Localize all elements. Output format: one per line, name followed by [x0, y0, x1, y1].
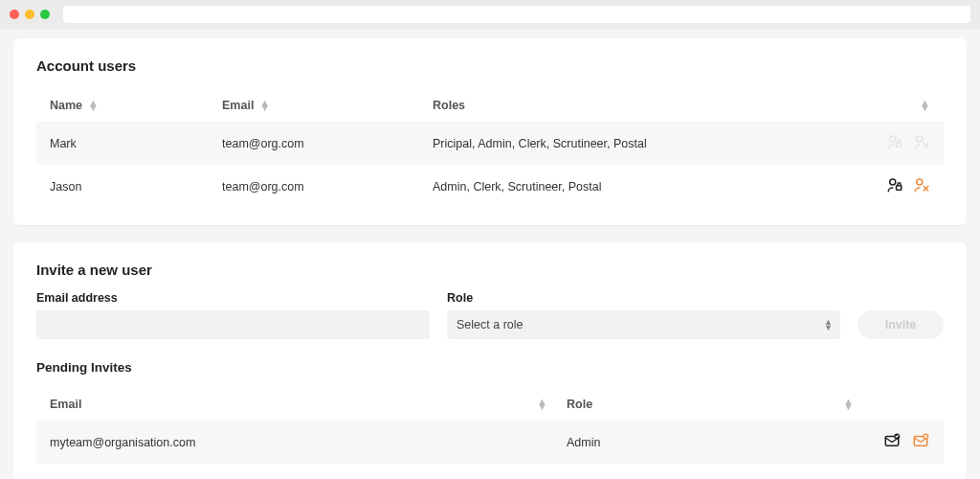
account-users-title: Account users	[36, 57, 944, 74]
table-row: myteam@organisation.com Admin	[36, 421, 944, 464]
svg-point-7	[917, 179, 923, 185]
sort-icon: ▲▼	[920, 101, 930, 110]
column-header-roles[interactable]: Roles	[433, 99, 854, 112]
svg-point-5	[890, 179, 896, 185]
row-actions	[854, 176, 930, 196]
column-header-email-label: Email	[50, 398, 81, 411]
email-label: Email address	[36, 291, 430, 305]
table-row: Jason team@org.com Admin, Clerk, Scrutin…	[36, 165, 944, 208]
window-minimize-button[interactable]	[25, 10, 34, 19]
cell-email: myteam@organisation.com	[50, 436, 567, 449]
column-header-roles-label: Roles	[433, 99, 465, 112]
svg-point-2	[917, 136, 923, 142]
sort-icon: ▲▼	[843, 399, 854, 409]
browser-chrome	[0, 0, 980, 29]
table-row: Mark team@org.com Pricipal, Admin, Clerk…	[36, 122, 944, 165]
cell-role: Admin	[567, 436, 854, 449]
column-header-actions: ▲▼	[854, 101, 930, 110]
sort-icon: ▲▼	[88, 101, 99, 110]
role-field-wrap: Role Select a role ▲▼	[447, 291, 840, 339]
row-actions	[854, 133, 930, 153]
cell-name: Mark	[50, 137, 222, 150]
invite-button[interactable]: Invite	[858, 310, 944, 339]
row-actions	[854, 432, 930, 452]
column-header-name-label: Name	[50, 99, 82, 112]
column-header-name[interactable]: Name ▲▼	[50, 99, 222, 112]
cell-email: team@org.com	[222, 180, 433, 194]
invite-user-card: Invite a new user Email address Role Sel…	[13, 242, 967, 479]
resend-invite-icon[interactable]	[882, 432, 902, 452]
select-arrows-icon: ▲▼	[824, 319, 833, 331]
email-field-wrap: Email address	[36, 291, 430, 339]
cancel-invite-icon[interactable]	[911, 432, 930, 452]
pending-table-header: Email ▲▼ Role ▲▼	[36, 386, 944, 421]
cell-roles: Pricipal, Admin, Clerk, Scrutineer, Post…	[433, 137, 854, 150]
invite-title: Invite a new user	[36, 262, 944, 278]
user-remove-icon[interactable]	[913, 176, 930, 196]
invite-form: Email address Role Select a role ▲▼ Invi…	[36, 291, 944, 339]
column-header-email[interactable]: Email ▲▼	[50, 398, 567, 411]
sort-icon: ▲▼	[537, 399, 547, 409]
pending-invites-title: Pending Invites	[36, 360, 944, 375]
account-users-card: Account users Name ▲▼ Email ▲▼ Roles ▲▼ …	[13, 38, 967, 225]
svg-point-0	[890, 136, 896, 142]
column-header-role[interactable]: Role ▲▼	[567, 398, 854, 411]
user-lock-icon[interactable]	[886, 133, 903, 153]
users-table-header: Name ▲▼ Email ▲▼ Roles ▲▼	[36, 87, 944, 122]
address-bar[interactable]	[63, 6, 970, 23]
role-select[interactable]: Select a role ▲▼	[447, 310, 840, 339]
user-lock-icon[interactable]	[886, 176, 903, 196]
user-remove-icon[interactable]	[913, 133, 930, 153]
cell-email: team@org.com	[222, 137, 433, 150]
role-select-value: Select a role	[447, 310, 840, 339]
role-label: Role	[447, 291, 840, 305]
email-field[interactable]	[36, 310, 430, 339]
window-controls	[10, 10, 50, 19]
cell-name: Jason	[50, 180, 222, 194]
column-header-email-label: Email	[222, 99, 254, 112]
cell-roles: Admin, Clerk, Scrutineer, Postal	[433, 180, 854, 194]
window-close-button[interactable]	[10, 10, 19, 19]
window-maximize-button[interactable]	[40, 10, 50, 19]
column-header-email[interactable]: Email ▲▼	[222, 99, 433, 112]
column-header-role-label: Role	[567, 398, 592, 411]
sort-icon: ▲▼	[259, 101, 270, 110]
